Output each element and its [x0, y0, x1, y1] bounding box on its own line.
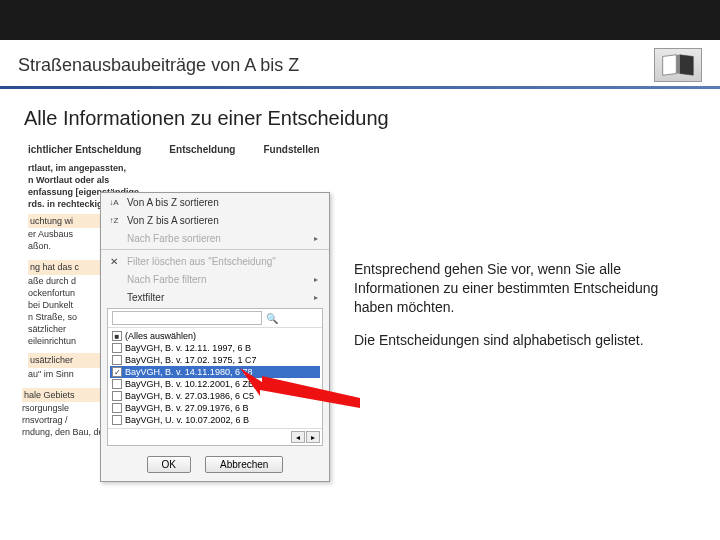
menu-separator	[101, 249, 329, 250]
submenu-arrow-icon	[309, 232, 323, 244]
filter-context-menu: Von A bis Z sortieren Von Z bis A sortie…	[100, 192, 330, 482]
mid-line: ng hat das c	[28, 260, 102, 274]
page-title: Straßenausbaubeiträge von A bis Z	[18, 55, 299, 76]
paragraph-1: Entsprechend gehen Sie vor, wenn Sie all…	[354, 260, 698, 317]
mid-line: bei Dunkelt	[28, 299, 94, 311]
scroll-right-button[interactable]: ▸	[306, 431, 320, 443]
sort-za-icon	[107, 214, 121, 226]
menu-label: Textfilter	[127, 292, 164, 303]
menu-sort-az[interactable]: Von A bis Z sortieren	[101, 193, 329, 211]
checkbox-icon[interactable]	[112, 391, 122, 401]
menu-label: Von Z bis A sortieren	[127, 215, 219, 226]
search-icon: 🔍	[266, 313, 278, 324]
mid-line: er Ausbaus	[28, 228, 94, 240]
doc-col2: Entscheldung	[169, 143, 235, 157]
chk-label: BayVGH, B. v. 17.02. 1975, 1 C7	[125, 355, 256, 365]
blank-icon	[107, 291, 121, 303]
mid-line: usätzlicher	[28, 353, 102, 367]
mid-line: sätzlicher	[28, 323, 94, 335]
checkbox-icon[interactable]	[112, 379, 122, 389]
menu-filter-color: Nach Farbe filtern	[101, 270, 329, 288]
lower-line: hale Gebiets	[22, 388, 112, 402]
chk-item[interactable]: BayVGH, U. v. 10.07.2002, 6 B	[110, 414, 320, 426]
paragraph-2: Die Entscheidungen sind alphabetisch gel…	[354, 331, 698, 350]
sort-az-icon	[107, 196, 121, 208]
cancel-button[interactable]: Abbrechen	[205, 456, 283, 473]
blurb-line: rtlaut, im angepassten,	[28, 162, 328, 174]
filter-search-input[interactable]	[112, 311, 262, 325]
chk-item-selected[interactable]: ✓BayVGH, B. v. 14.11.1980, 6 78	[110, 366, 320, 378]
chk-label: BayVGH, B. v. 14.11.1980, 6 78	[125, 367, 252, 377]
menu-label: Von A bis Z sortieren	[127, 197, 219, 208]
menu-clear-filter: ✕ Filter löschen aus "Entscheidung"	[101, 252, 329, 270]
ok-button[interactable]: OK	[147, 456, 191, 473]
scroll-buttons: ◂ ▸	[108, 428, 322, 445]
chk-label: BayVGH, B. v. 10.12.2001, 6 ZB	[125, 379, 254, 389]
filter-checklist[interactable]: ■ (Alles auswählen) BayVGH, B. v. 12.11.…	[108, 328, 322, 428]
explanation-text: Entsprechend gehen Sie vor, wenn Sie all…	[334, 140, 720, 364]
chk-label: BayVGH, B. v. 27.03.1986, 6 C5	[125, 391, 254, 401]
mid-line: eileinrichtun	[28, 335, 94, 347]
funnel-clear-icon: ✕	[107, 255, 121, 267]
section-heading: Alle Informationen zu einer Entscheidung	[0, 89, 720, 140]
title-bar: Straßenausbaubeiträge von A bis Z	[0, 40, 720, 89]
submenu-arrow-icon	[309, 291, 323, 303]
doc-col1: ichtlicher Entscheldung	[28, 143, 141, 157]
chk-item[interactable]: BayVGH, B. v. 12.11. 1997, 6 B	[110, 342, 320, 354]
scroll-left-button[interactable]: ◂	[291, 431, 305, 443]
mid-line: ockenfortun	[28, 287, 94, 299]
menu-sort-color: Nach Farbe sortieren	[101, 229, 329, 247]
checkbox-icon[interactable]	[112, 415, 122, 425]
chk-item[interactable]: BayVGH, B. v. 10.12.2001, 6 ZB	[110, 378, 320, 390]
chk-label: BayVGH, B. v. 12.11. 1997, 6 B	[125, 343, 251, 353]
mid-line: n Straße, so	[28, 311, 94, 323]
logo-box	[654, 48, 702, 82]
blurb-line: n Wortlaut oder als	[28, 174, 328, 186]
blank-icon	[107, 232, 121, 244]
mid-line: aßon.	[28, 240, 94, 252]
mid-line: au" im Sinn	[28, 368, 94, 380]
chk-item[interactable]: BayVGH, B. v. 27.09.1976, 6 B	[110, 402, 320, 414]
screenshot-region: ichtlicher Entscheldung Entscheldung Fun…	[22, 140, 334, 364]
submenu-arrow-icon	[309, 273, 323, 285]
menu-text-filter[interactable]: Textfilter	[101, 288, 329, 306]
checkbox-icon[interactable]: ■	[112, 331, 122, 341]
chk-item[interactable]: BayVGH, B. v. 17.02. 1975, 1 C7	[110, 354, 320, 366]
checkbox-icon[interactable]: ✓	[112, 367, 122, 377]
menu-label: Filter löschen aus "Entscheidung"	[127, 256, 276, 267]
top-dark-strip	[0, 0, 720, 40]
checkbox-icon[interactable]	[112, 355, 122, 365]
menu-label: Nach Farbe filtern	[127, 274, 206, 285]
checkbox-icon[interactable]	[112, 343, 122, 353]
mid-line: uchtung wi	[28, 214, 102, 228]
doc-mid: uchtung wi er Ausbaus aßon. ng hat das c…	[22, 212, 100, 382]
filter-values-box: 🔍 ■ (Alles auswählen) BayVGH, B. v. 12.1…	[107, 308, 323, 446]
chk-label: (Alles auswählen)	[125, 331, 196, 341]
book-logo-icon	[661, 53, 695, 77]
chk-label: BayVGH, B. v. 27.09.1976, 6 B	[125, 403, 248, 413]
chk-label: BayVGH, U. v. 10.07.2002, 6 B	[125, 415, 249, 425]
checkbox-icon[interactable]	[112, 403, 122, 413]
blank-icon	[107, 273, 121, 285]
menu-label: Nach Farbe sortieren	[127, 233, 221, 244]
menu-sort-za[interactable]: Von Z bis A sortieren	[101, 211, 329, 229]
chk-item[interactable]: BayVGH, B. v. 27.03.1986, 6 C5	[110, 390, 320, 402]
doc-col3: Fundstellen	[263, 143, 319, 157]
mid-line: aße durch d	[28, 275, 94, 287]
chk-select-all[interactable]: ■ (Alles auswählen)	[110, 330, 320, 342]
